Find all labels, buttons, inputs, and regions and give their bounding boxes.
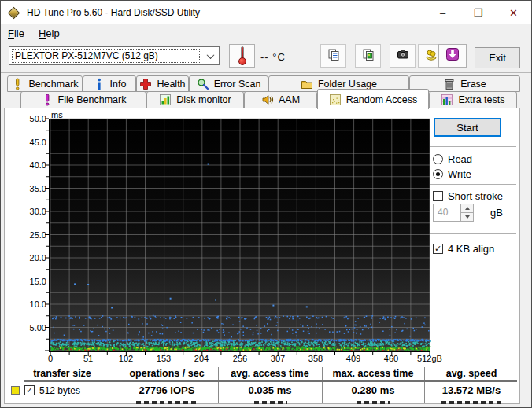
tab-label: AAM	[279, 94, 300, 105]
info-icon	[93, 78, 105, 90]
x-tick-label: 460	[375, 354, 407, 363]
capacity-value: 40	[434, 204, 460, 221]
table-header-1: operations / sec	[116, 368, 218, 380]
maximize-button[interactable]: ❐	[460, 1, 496, 24]
exit-button[interactable]: Exit	[475, 47, 520, 68]
tab-label: Info	[110, 79, 127, 90]
transfer-size-label: 512 bytes	[39, 385, 80, 396]
table-cell: 27796 IOPS	[116, 384, 218, 397]
4kb-align-label: 4 KB align	[448, 243, 494, 255]
tab-label: Extra tests	[458, 94, 504, 105]
temperature-button[interactable]	[229, 44, 255, 68]
y-tick-label: 30.0	[23, 207, 46, 216]
screenshot-button[interactable]	[390, 44, 416, 68]
app-logo-icon	[8, 7, 20, 19]
y-tick-label: 20.0	[23, 253, 46, 263]
camera-icon	[397, 48, 409, 64]
copy-image-button[interactable]	[355, 44, 381, 68]
short-stroke-label: Short stroke	[448, 190, 503, 202]
tab-label: Benchmark	[28, 79, 78, 90]
y-tick-label: 25.0	[23, 230, 46, 240]
window-bottom-strip	[1, 404, 532, 408]
separator	[430, 233, 516, 234]
tab-bar: BenchmarkInfoHealthError ScanFolder Usag…	[1, 75, 532, 109]
y-tick-label: 35.0	[23, 184, 46, 193]
tab-aam[interactable]: AAM	[244, 91, 317, 108]
close-button[interactable]: ✕	[496, 1, 531, 24]
short-stroke-capacity-spinner[interactable]: 40	[433, 204, 474, 222]
tab-info[interactable]: Info	[83, 75, 136, 92]
series-color-swatch	[11, 386, 20, 395]
disk-monitor-icon	[159, 94, 172, 106]
menu-item-file[interactable]: File	[1, 26, 31, 41]
access-time-scatter-plot	[50, 119, 430, 351]
tab-disk-monitor[interactable]: Disk monitor	[146, 91, 244, 108]
x-tick-label: 153	[148, 354, 179, 363]
extra-tests-icon	[441, 94, 453, 106]
toolbar: PLEXTOR PX-512M7VC (512 gB) -- °C Exit	[1, 42, 531, 73]
tab-random-access[interactable]: Random Access	[317, 89, 429, 109]
minimize-button[interactable]: –	[425, 1, 460, 24]
aam-icon	[261, 94, 274, 106]
tab-row-1: BenchmarkInfoHealthError ScanFolder Usag…	[7, 75, 520, 92]
title-bar: HD Tune Pro 5.60 - Hard Disk/SSD Utility…	[1, 1, 531, 24]
write-radio[interactable]: Write	[433, 168, 471, 180]
table-cell: 0.035 ms	[218, 384, 322, 397]
update-download-button[interactable]	[438, 44, 467, 68]
table-cell: 13.572 MB/s	[424, 384, 519, 397]
table-cell: 0.280 ms	[322, 384, 424, 397]
start-button[interactable]: Start	[434, 118, 501, 137]
spinner-down-button[interactable]	[461, 212, 473, 221]
hd-tune-window: HD Tune Pro 5.60 - Hard Disk/SSD Utility…	[0, 0, 532, 408]
tab-error-scan[interactable]: Error Scan	[189, 75, 268, 92]
tab-extra-tests[interactable]: Extra tests	[429, 91, 517, 108]
tab-label: Folder Usage	[318, 79, 377, 90]
arrow-up-icon	[465, 207, 470, 210]
table-header-4: avg. speed	[424, 368, 519, 380]
radio-icon[interactable]	[433, 169, 443, 179]
read-radio[interactable]: Read	[433, 153, 472, 165]
short-stroke-checkbox[interactable]: Short stroke	[433, 190, 503, 202]
arrow-down-icon	[465, 215, 470, 219]
benchmark-icon	[11, 78, 24, 90]
copy-image-icon	[362, 48, 375, 64]
tab-file-benchmark[interactable]: File Benchmark	[20, 91, 146, 108]
table-header-3: max. access time	[322, 368, 424, 380]
table-header-underline	[24, 380, 517, 382]
copy-text-button[interactable]	[320, 44, 346, 68]
y-tick-label: 40.0	[23, 160, 46, 170]
temperature-readout: -- °C	[260, 51, 286, 63]
y-tick-label: 45.0	[23, 138, 46, 147]
thermometer-icon	[238, 46, 247, 65]
4kb-align-checkbox[interactable]: ✓ 4 KB align	[433, 243, 494, 255]
separator	[430, 184, 516, 185]
window-controls: – ❐ ✕	[425, 1, 531, 24]
menu-item-help[interactable]: Help	[31, 26, 67, 41]
radio-icon[interactable]	[433, 154, 443, 164]
tab-label: Random Access	[346, 94, 417, 105]
tab-label: Erase	[460, 79, 486, 90]
tab-label: Error Scan	[214, 79, 261, 90]
transfer-size-checkbox[interactable]: ✓	[24, 385, 35, 395]
y-tick-label: 50.0	[23, 114, 46, 123]
tab-label: Health	[157, 79, 185, 90]
y-tick-label: 5.00	[23, 323, 46, 333]
read-radio-label: Read	[448, 153, 472, 165]
chevron-down-icon[interactable]	[201, 53, 219, 59]
capacity-unit-label: gB	[490, 207, 503, 219]
spinner-up-button[interactable]	[461, 204, 473, 212]
random-access-icon	[329, 94, 342, 106]
tab-benchmark[interactable]: Benchmark	[7, 75, 83, 92]
checkbox-icon[interactable]	[433, 191, 443, 201]
download-arrow-icon	[446, 48, 459, 64]
tab-health[interactable]: Health	[136, 75, 189, 92]
checkbox-icon[interactable]: ✓	[433, 244, 443, 254]
x-tick-label: 204	[186, 354, 217, 363]
write-radio-label: Write	[448, 168, 471, 180]
tab-row-2: File BenchmarkDisk monitorAAMRandom Acce…	[20, 91, 517, 108]
folder-usage-icon	[301, 78, 313, 90]
table-header-0: transfer size	[9, 368, 116, 380]
drive-select-dropdown[interactable]: PLEXTOR PX-512M7VC (512 gB)	[9, 46, 220, 65]
window-title: HD Tune Pro 5.60 - Hard Disk/SSD Utility	[27, 7, 200, 18]
tab-label: File Benchmark	[58, 94, 127, 105]
